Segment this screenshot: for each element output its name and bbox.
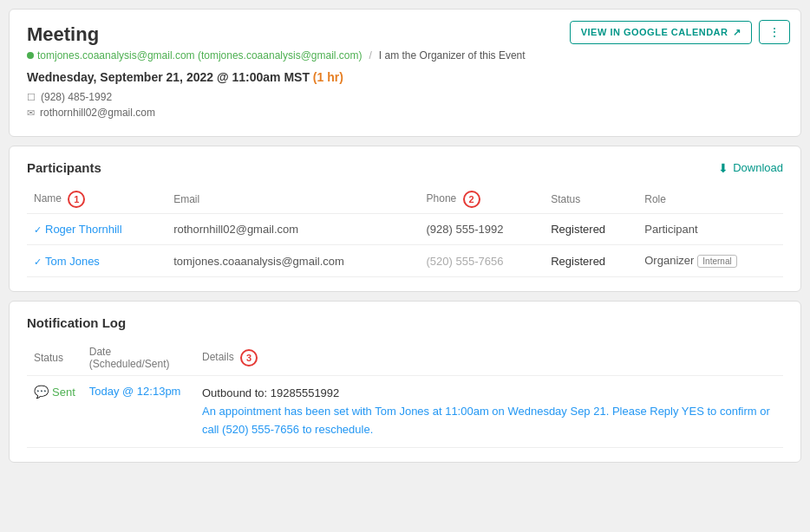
participant-role: Participant [637,214,783,245]
table-header-row: Name 1 Email Phone 2 Status Role [27,185,783,214]
col-status: Status [544,185,637,214]
notif-header-row: Status Date (Scheduled/Sent) Details 3 [27,341,783,376]
col-phone: Phone 2 [420,185,545,214]
chat-icon: 💬 [34,385,49,399]
notification-log-table: Status Date (Scheduled/Sent) Details 3 💬… [27,341,783,448]
view-google-calendar-button[interactable]: VIEW IN GOOGLE CALENDAR ↗ [570,21,752,44]
notif-section-header: Notification Log [27,315,783,330]
participant-role: OrganizerInternal [637,245,783,277]
expand-chevron[interactable]: ✓ [34,256,42,267]
download-button[interactable]: ⬇ Download [718,161,783,175]
participant-phone: (520) 555-7656 [420,245,545,277]
meeting-datetime: Wednesday, September 21, 2022 @ 11:00am … [27,70,783,84]
meeting-card: VIEW IN GOOGLE CALENDAR ↗ ⋮ Meeting tomj… [9,9,801,137]
duration-text: (1 hr) [313,70,343,84]
notif-col-status: Status [27,341,82,376]
participant-status: Registered [544,214,637,245]
col-role: Role [637,185,783,214]
meeting-subtitle: tomjones.coaanalysis@gmail.com (tomjones… [27,49,783,62]
google-calendar-label: VIEW IN GOOGLE CALENDAR [581,27,728,37]
datetime-text: Wednesday, September 21, 2022 @ 11:00am … [27,70,310,84]
table-row: ✓Roger Thornhillrothornhill02@gmail.com(… [27,214,783,245]
annotation-circle-3: 3 [240,349,258,367]
phone-number: (928) 485-1992 [41,91,112,103]
separator: / [369,49,372,62]
outbound-number: 19285551992 [271,386,340,399]
notif-col-date: Date (Scheduled/Sent) [82,341,195,376]
participant-email: rothornhill02@gmail.com [167,214,419,245]
participant-name: ✓Tom Jones [27,245,167,277]
participants-table: Name 1 Email Phone 2 Status Role ✓Roger … [27,185,783,277]
phone-icon: ☐ [27,92,36,103]
more-dots-icon: ⋮ [768,25,781,39]
table-row: ✓Tom Jonestomjones.coaanalysis@gmail.com… [27,245,783,277]
more-options-button[interactable]: ⋮ [759,20,790,44]
outbound-label: Outbound to: [202,386,271,399]
meeting-email: ✉ rothornhill02@gmail.com [27,107,783,119]
notif-status: 💬Sent [27,376,82,448]
participant-status: Registered [544,245,637,277]
annotation-circle-2: 2 [463,191,480,208]
notif-details: Outbound to: 19285551992An appointment h… [195,376,783,448]
organizer-text: I am the Organizer of this Event [379,49,526,62]
participants-title: Participants [27,160,101,175]
email-icon: ✉ [27,107,35,119]
details-message: An appointment has been set with Tom Jon… [202,405,770,436]
participant-phone: (928) 555-1992 [420,214,545,245]
notif-col-details: Details 3 [195,341,783,376]
download-label: Download [733,161,783,174]
participant-name: ✓Roger Thornhill [27,214,167,245]
organizer-email: tomjones.coaanalysis@gmail.com (tomjones… [37,49,363,62]
meeting-phone: ☐ (928) 485-1992 [27,91,783,103]
participants-card: Participants ⬇ Download Name 1 Email Pho… [9,146,801,292]
notification-card: Notification Log Status Date (Scheduled/… [9,301,801,463]
contact-email: rothornhill02@gmail.com [40,107,155,119]
download-icon: ⬇ [718,161,728,175]
notif-row: 💬SentToday @ 12:13pmOutbound to: 1928555… [27,376,783,448]
external-link-icon: ↗ [733,27,741,38]
sent-label: Sent [52,386,75,399]
expand-chevron[interactable]: ✓ [34,224,42,235]
annotation-circle-1: 1 [68,191,85,208]
col-email: Email [167,185,419,214]
header-actions: VIEW IN GOOGLE CALENDAR ↗ ⋮ [570,20,790,44]
organizer-dot [27,52,34,59]
notification-title: Notification Log [27,315,126,330]
notif-date: Today @ 12:13pm [82,376,195,448]
participant-email: tomjones.coaanalysis@gmail.com [167,245,419,277]
col-name: Name 1 [27,185,167,214]
internal-badge: Internal [697,255,736,268]
participants-section-header: Participants ⬇ Download [27,160,783,175]
